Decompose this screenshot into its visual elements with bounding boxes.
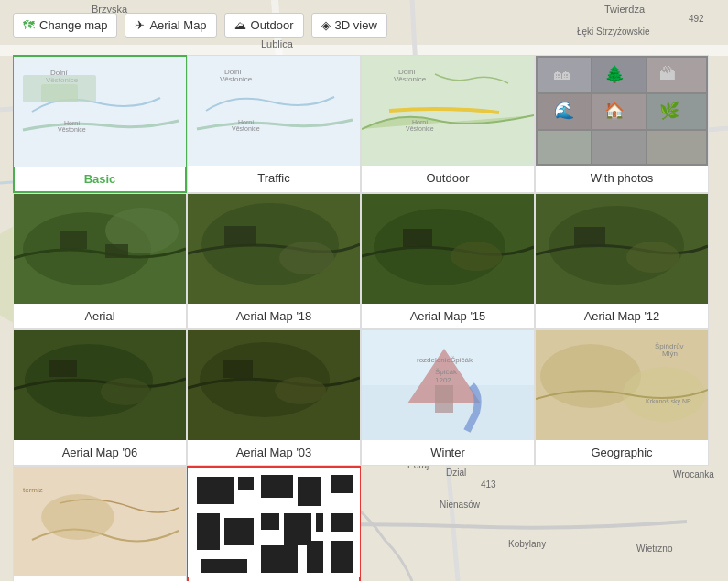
svg-text:Věstonice: Věstonice: [220, 75, 253, 83]
tile-thumb-winter: rozdelenieŠpičák Špičák 1202: [362, 330, 534, 440]
svg-text:Horní: Horní: [412, 119, 428, 125]
svg-text:🌲: 🌲: [604, 64, 625, 84]
svg-rect-23: [14, 57, 186, 167]
svg-text:Twierdza: Twierdza: [604, 4, 646, 15]
map-selection-panel: ✓ Dolní Věstonice Horní Věstonice Basic: [13, 55, 728, 581]
svg-rect-62: [224, 226, 256, 246]
change-map-icon: 🗺: [23, 18, 35, 32]
svg-rect-66: [403, 229, 432, 247]
map-tile-geographic[interactable]: Špiňdrův Mlýn Krkonoš.ský NP Geographic: [535, 329, 709, 466]
map-tile-aerial18[interactable]: Aerial Map '18: [187, 193, 361, 329]
svg-text:Krkonoš.ský NP: Krkonoš.ský NP: [646, 398, 691, 405]
tile-label-withphotos: With photos: [587, 166, 657, 190]
svg-rect-29: [188, 56, 360, 166]
aerial-map-button[interactable]: ✈ Aerial Map: [125, 13, 216, 38]
tile-thumb-geographic: Špiňdrův Mlýn Krkonoš.ský NP: [536, 330, 708, 440]
svg-rect-108: [256, 545, 298, 573]
tile-thumb-aerial: [14, 194, 186, 304]
tile-thumb-traffic: Dolní Věstonice Horní Věstonice: [188, 56, 360, 166]
svg-rect-111: [254, 468, 261, 577]
tile-thumb-aerial15: [362, 194, 534, 304]
svg-text:termiz: termiz: [23, 486, 43, 494]
change-map-button[interactable]: 🗺 Change map: [13, 13, 117, 38]
svg-point-71: [626, 242, 679, 273]
tile-thumb-aerial18: [188, 194, 360, 304]
svg-rect-112: [323, 468, 331, 577]
svg-text:🏠: 🏠: [604, 101, 625, 121]
map-tile-withphotos[interactable]: 🏘 🌲 🏔 🌊 🏠 🌿 With photos: [535, 55, 709, 193]
svg-text:🌊: 🌊: [554, 101, 575, 121]
3d-view-button[interactable]: ◈ 3D view: [311, 13, 387, 38]
svg-point-75: [101, 378, 150, 405]
map-tile-century[interactable]: termiz From 19-th century: [13, 466, 187, 581]
svg-text:Věstonice: Věstonice: [46, 76, 79, 84]
svg-text:492: 492: [689, 14, 704, 24]
tile-label-century: From 19-th century: [46, 576, 154, 581]
svg-rect-110: [188, 506, 360, 513]
svg-rect-46: [538, 131, 591, 164]
tile-label-aerial15: Aerial Map '15: [407, 304, 490, 328]
map-tile-aerial03[interactable]: Aerial Map '03: [187, 329, 361, 466]
svg-text:Věstonice: Věstonice: [394, 75, 427, 83]
map-tile-aerial[interactable]: Aerial: [13, 193, 187, 329]
map-grid: ✓ Dolní Věstonice Horní Věstonice Basic: [13, 55, 728, 581]
svg-rect-47: [592, 131, 646, 164]
tile-thumb-aerial06: [14, 330, 186, 440]
map-tile-winter[interactable]: rozdelenieŠpičák Špičák 1202 Winter: [361, 329, 535, 466]
map-tile-basic[interactable]: ✓ Dolní Věstonice Horní Věstonice Basic: [13, 55, 187, 193]
svg-rect-24: [41, 84, 78, 102]
outdoor-icon: ⛰: [234, 18, 246, 32]
svg-rect-58: [60, 231, 87, 249]
map-tile-haptic[interactable]: Haptic: [187, 466, 361, 581]
svg-rect-102: [197, 513, 220, 550]
svg-rect-103: [224, 518, 256, 545]
tile-label-aerial06: Aerial Map '06: [59, 440, 142, 465]
svg-text:🏔: 🏔: [659, 65, 676, 83]
tile-thumb-aerial12: [536, 194, 708, 304]
svg-text:Dolní: Dolní: [50, 69, 68, 77]
svg-point-94: [41, 494, 114, 540]
tile-thumb-aerial03: [188, 330, 360, 440]
svg-text:Lublica: Lublica: [261, 38, 294, 49]
svg-rect-78: [223, 360, 253, 378]
svg-rect-104: [261, 511, 279, 530]
svg-rect-74: [49, 360, 77, 377]
svg-text:🌿: 🌿: [659, 101, 680, 121]
svg-text:Horní: Horní: [238, 119, 254, 125]
tile-label-outdoor: Outdoor: [423, 166, 473, 190]
svg-rect-97: [197, 477, 234, 504]
tile-label-traffic: Traffic: [254, 166, 293, 190]
svg-rect-105: [284, 513, 311, 545]
svg-text:Věstonice: Věstonice: [58, 126, 86, 133]
tile-label-geographic: Geographic: [587, 440, 656, 465]
svg-rect-48: [647, 131, 706, 164]
map-tile-aerial06[interactable]: Aerial Map '06: [13, 329, 187, 466]
tile-label-aerial18: Aerial Map '18: [233, 304, 316, 328]
svg-text:Horní: Horní: [64, 120, 80, 126]
toolbar: 🗺 Change map ✈ Aerial Map ⛰ Outdoor ◈ 3D…: [13, 13, 387, 38]
svg-point-79: [275, 377, 326, 404]
tile-label-aerial12: Aerial Map '12: [581, 304, 664, 328]
tile-thumb-century: termiz: [14, 467, 186, 576]
svg-text:rozdelenieŠpičák: rozdelenieŠpičák: [417, 356, 473, 364]
svg-rect-107: [201, 559, 247, 573]
aerial-icon: ✈: [135, 18, 145, 32]
svg-text:Věstonice: Věstonice: [406, 125, 434, 132]
svg-rect-83: [435, 385, 453, 413]
svg-text:🏘: 🏘: [554, 65, 570, 83]
svg-text:1202: 1202: [435, 376, 451, 384]
svg-point-67: [451, 242, 502, 271]
tile-thumb-basic: ✓ Dolní Věstonice Horní Věstonice: [14, 57, 186, 167]
svg-text:Špičák: Špičák: [435, 368, 458, 376]
tile-label-aerial: Aerial: [81, 304, 118, 328]
tile-label-winter: Winter: [427, 440, 469, 465]
svg-rect-100: [298, 477, 321, 509]
map-tile-aerial15[interactable]: Aerial Map '15: [361, 193, 535, 329]
outdoor-button[interactable]: ⛰ Outdoor: [224, 13, 304, 38]
svg-rect-99: [261, 475, 293, 498]
map-tile-outdoor[interactable]: Dolní Věstonice Horní Věstonice Outdoor: [361, 55, 535, 193]
svg-text:Łęki Strzyżowskie: Łęki Strzyżowskie: [577, 27, 650, 37]
3d-icon: ◈: [321, 18, 331, 32]
map-tile-aerial12[interactable]: Aerial Map '12: [535, 193, 709, 329]
map-tile-traffic[interactable]: Dolní Věstonice Horní Věstonice Traffic: [187, 55, 361, 193]
